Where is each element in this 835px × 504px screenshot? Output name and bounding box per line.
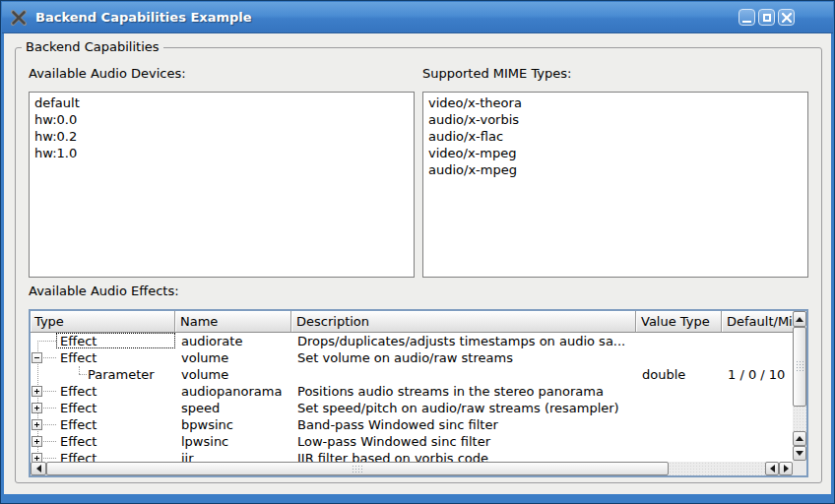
- tree-line: [79, 366, 80, 374]
- scrollbar-corner: [793, 462, 806, 475]
- application-window: Backend Capabilities Example Backend: [0, 0, 835, 504]
- column-header-description[interactable]: Description: [291, 311, 636, 333]
- effects-tree-table: Type Name Description Value Type Default…: [29, 309, 808, 477]
- list-item[interactable]: hw:0.0: [34, 111, 414, 128]
- arrow-left-icon: [36, 465, 41, 472]
- cell-value-type: double: [642, 366, 722, 383]
- cell-name: volume: [181, 349, 289, 366]
- window-controls: [739, 9, 795, 26]
- grip-dots-icon: [796, 360, 804, 373]
- cell-description: Set speed/pitch on audio/raw streams (re…: [297, 400, 636, 416]
- table-row[interactable]: Effect audiopanorama Positions audio str…: [31, 383, 793, 400]
- cell-name: audiopanorama: [181, 383, 289, 400]
- tree-line: [43, 408, 56, 409]
- tree-line: [37, 341, 56, 342]
- expand-plus-icon[interactable]: [32, 403, 42, 413]
- cell-description: Band-pass Windowed sinc filter: [297, 416, 636, 433]
- table-row[interactable]: Parameter volume double 1 / 0 / 10: [31, 366, 793, 383]
- scroll-left-button[interactable]: [765, 462, 779, 475]
- column-header-type[interactable]: Type: [31, 311, 175, 333]
- cell-description: Drops/duplicates/adjusts timestamps on a…: [297, 333, 636, 349]
- list-item[interactable]: audio/x-mpeg: [428, 161, 807, 178]
- minimize-icon: [742, 21, 751, 23]
- column-header-default-min-max[interactable]: Default/Mi: [722, 311, 793, 333]
- list-item[interactable]: hw:0.2: [34, 128, 414, 145]
- expand-plus-icon[interactable]: [32, 436, 42, 447]
- tree-line: [43, 424, 56, 425]
- collapse-minus-icon[interactable]: [32, 352, 42, 363]
- table-row[interactable]: Effect audiorate Drops/duplicates/adjust…: [31, 333, 793, 349]
- horizontal-scrollbar[interactable]: [31, 462, 793, 475]
- cell-type: Effect: [60, 433, 175, 450]
- arrow-right-icon: [784, 465, 789, 472]
- scroll-left-button[interactable]: [31, 462, 46, 475]
- window-title: Backend Capabilities Example: [35, 2, 252, 32]
- list-item[interactable]: hw:1.0: [34, 145, 414, 161]
- list-item[interactable]: audio/x-flac: [428, 128, 807, 145]
- cell-name: lpwsinc: [181, 433, 289, 450]
- expand-plus-icon[interactable]: [32, 386, 42, 397]
- x11-app-icon: [10, 9, 28, 27]
- cell-type: Effect: [60, 416, 175, 433]
- mime-types-label: Supported MIME Types:: [422, 66, 571, 81]
- close-button[interactable]: [778, 9, 795, 26]
- window-body: Backend Capabilities Available Audio Dev…: [4, 33, 831, 494]
- cell-description: IIR filter based on vorbis code: [297, 450, 636, 462]
- table-row[interactable]: Effect bpwsinc Band-pass Windowed sinc f…: [31, 416, 793, 433]
- groupbox-title: Backend Capabilities: [22, 39, 163, 54]
- table-row[interactable]: Effect lpwsinc Low-pass Windowed sinc fi…: [31, 433, 793, 450]
- arrow-up-icon: [796, 317, 803, 322]
- cell-name: bpwsinc: [181, 416, 289, 433]
- cell-name: speed: [181, 400, 289, 416]
- titlebar[interactable]: Backend Capabilities Example: [2, 2, 833, 33]
- cell-name: volume: [181, 366, 289, 383]
- cell-name: audiorate: [181, 333, 289, 349]
- cell-description: Positions audio streams in the stereo pa…: [297, 383, 636, 400]
- column-header-name[interactable]: Name: [175, 311, 291, 333]
- tree-line: [79, 374, 87, 375]
- scroll-up-button[interactable]: [793, 311, 806, 327]
- table-row[interactable]: Effect volume Set volume on audio/raw st…: [31, 349, 793, 366]
- effects-label: Available Audio Effects:: [29, 284, 179, 298]
- arrow-up-icon: [796, 436, 803, 441]
- tree-line: [43, 441, 56, 442]
- column-header-value-type[interactable]: Value Type: [636, 311, 722, 333]
- screen: Backend Capabilities Example Backend: [0, 0, 835, 504]
- cell-description: Set volume on audio/raw streams: [297, 349, 636, 366]
- arrow-left-icon: [770, 465, 775, 472]
- horizontal-scrollbar-thumb[interactable]: [46, 462, 669, 475]
- audio-devices-list[interactable]: default hw:0.0 hw:0.2 hw:1.0: [29, 92, 415, 278]
- maximize-icon: [763, 14, 771, 22]
- vertical-scrollbar-thumb[interactable]: [793, 327, 806, 407]
- devices-label: Available Audio Devices:: [29, 66, 186, 81]
- minimize-button[interactable]: [739, 9, 755, 26]
- cell-type: Effect: [60, 400, 175, 416]
- cell-type: Parameter: [88, 366, 175, 383]
- cell-type: Effect: [60, 333, 175, 349]
- tree-line: [43, 391, 56, 392]
- expand-plus-icon[interactable]: [32, 419, 42, 430]
- list-item[interactable]: video/x-theora: [428, 94, 807, 111]
- close-icon: [782, 13, 792, 23]
- table-row[interactable]: Effect iir IIR filter based on vorbis co…: [31, 450, 793, 462]
- scroll-up-button[interactable]: [793, 431, 806, 446]
- tree-line: [43, 458, 56, 459]
- cell-type: Effect: [60, 450, 175, 462]
- expand-plus-icon[interactable]: [32, 453, 42, 462]
- grip-dots-icon: [352, 465, 364, 473]
- list-item[interactable]: default: [34, 94, 414, 111]
- vertical-scrollbar[interactable]: [793, 311, 806, 461]
- maximize-button[interactable]: [758, 9, 775, 26]
- cell-default-min-max: 1 / 0 / 10: [728, 366, 791, 383]
- scroll-right-button[interactable]: [779, 462, 793, 475]
- list-item[interactable]: audio/x-vorbis: [428, 111, 807, 128]
- cell-type: Effect: [60, 383, 175, 400]
- list-item[interactable]: video/x-mpeg: [428, 145, 807, 161]
- table-viewport: Effect audiorate Drops/duplicates/adjust…: [31, 333, 793, 462]
- table-row[interactable]: Effect speed Set speed/pitch on audio/ra…: [31, 400, 793, 416]
- arrow-down-icon: [796, 451, 803, 456]
- scroll-down-button[interactable]: [793, 446, 806, 461]
- cell-description: Low-pass Windowed sinc filter: [297, 433, 636, 450]
- mime-types-list[interactable]: video/x-theora audio/x-vorbis audio/x-fl…: [422, 92, 808, 278]
- cell-name: iir: [181, 450, 289, 462]
